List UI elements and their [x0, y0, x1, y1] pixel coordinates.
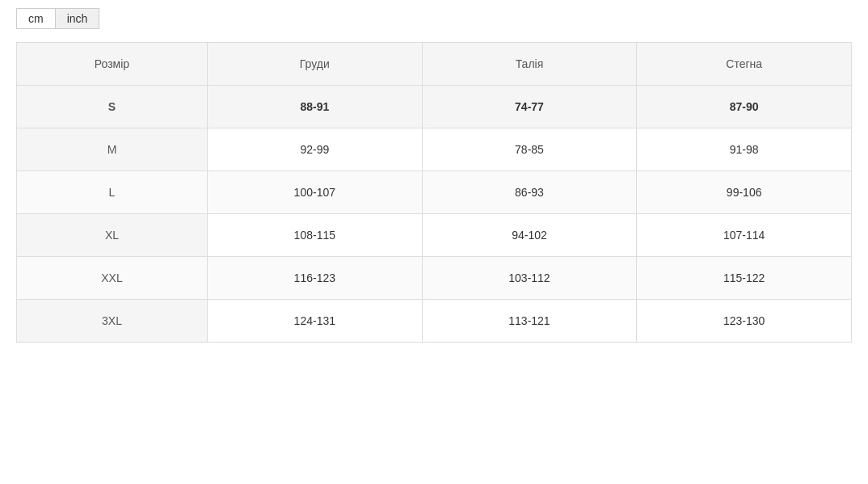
cell-hips: 107-114: [637, 214, 852, 257]
cell-chest: 92-99: [207, 128, 422, 171]
cell-waist: 113-121: [422, 300, 637, 343]
cell-hips: 91-98: [637, 128, 852, 171]
cell-size: XL: [17, 214, 208, 257]
cell-hips: 115-122: [637, 257, 852, 300]
header-size: Розмір: [17, 43, 208, 86]
header-chest: Груди: [207, 43, 422, 86]
cell-waist: 103-112: [422, 257, 637, 300]
cell-waist: 78-85: [422, 128, 637, 171]
table-header-row: Розмір Груди Талія Стегна: [17, 43, 852, 86]
table-row: M92-9978-8591-98: [17, 128, 852, 171]
table-row: S88-9174-7787-90: [17, 86, 852, 128]
cell-size: XXL: [17, 257, 208, 300]
cell-size: L: [17, 171, 208, 214]
cell-size: 3XL: [17, 300, 208, 343]
size-chart-table: Розмір Груди Талія Стегна S88-9174-7787-…: [16, 42, 852, 343]
cell-chest: 124-131: [207, 300, 422, 343]
cell-size: M: [17, 128, 208, 171]
cell-waist: 86-93: [422, 171, 637, 214]
cell-chest: 100-107: [207, 171, 422, 214]
header-waist: Талія: [422, 43, 637, 86]
table-row: XL108-11594-102107-114: [17, 214, 852, 257]
cell-waist: 94-102: [422, 214, 637, 257]
inch-button[interactable]: inch: [55, 8, 100, 29]
cell-hips: 123-130: [637, 300, 852, 343]
unit-toggle-group: cm inch: [16, 8, 852, 29]
cell-hips: 87-90: [637, 86, 852, 128]
cell-waist: 74-77: [422, 86, 637, 128]
cell-chest: 88-91: [207, 86, 422, 128]
cell-chest: 108-115: [207, 214, 422, 257]
cell-size: S: [17, 86, 208, 128]
table-row: 3XL124-131113-121123-130: [17, 300, 852, 343]
table-row: XXL116-123103-112115-122: [17, 257, 852, 300]
cm-button[interactable]: cm: [16, 8, 55, 29]
table-row: L100-10786-9399-106: [17, 171, 852, 214]
header-hips: Стегна: [637, 43, 852, 86]
cell-chest: 116-123: [207, 257, 422, 300]
cell-hips: 99-106: [637, 171, 852, 214]
